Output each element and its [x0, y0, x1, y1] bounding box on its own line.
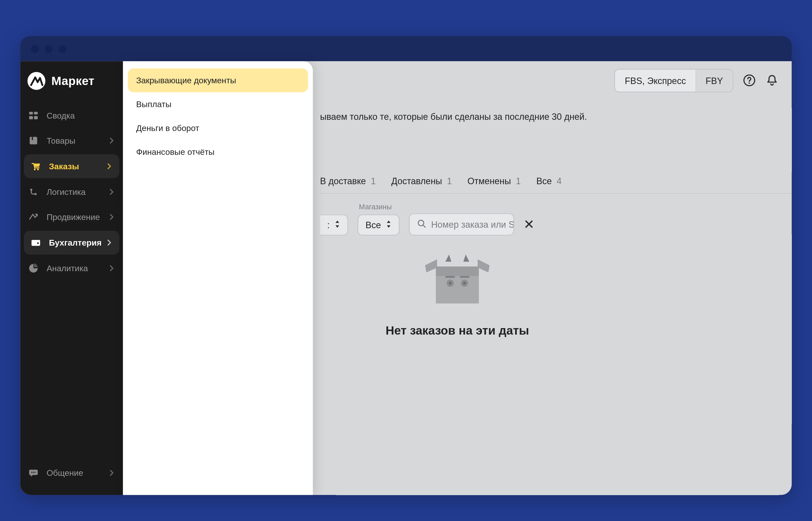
submenu-item-label: Деньги в оборот [136, 123, 199, 133]
tab-label: Отменены [467, 176, 511, 186]
svg-rect-4 [29, 137, 37, 144]
empty-box-illustration [422, 253, 493, 313]
svg-rect-11 [31, 240, 40, 241]
sidebar-item-label: Аналитика [46, 264, 107, 273]
sidebar-item-promotion[interactable]: Продвижение [20, 204, 123, 229]
brand-name: Маркет [51, 74, 94, 88]
filter-label [320, 203, 348, 211]
sidebar-item-label: Общение [46, 468, 107, 477]
svg-marker-21 [445, 254, 451, 262]
tab-count: 1 [516, 176, 521, 186]
chevron-right-icon [107, 469, 116, 477]
sidebar-item-logistics[interactable]: Логистика [20, 179, 123, 205]
filter-label [524, 201, 534, 209]
sidebar-item-label: Логистика [46, 187, 107, 197]
sidebar-item-chat[interactable]: Общение [20, 460, 123, 485]
svg-rect-2 [29, 116, 33, 119]
chevron-right-icon [107, 188, 116, 196]
svg-rect-1 [34, 112, 38, 115]
tab-count: 4 [557, 176, 562, 186]
products-icon [27, 135, 39, 146]
sidebar-item-orders[interactable]: Заказы [24, 154, 120, 178]
sidebar-item-label: Товары [46, 136, 107, 145]
svg-point-28 [463, 281, 466, 285]
tab-in-delivery[interactable]: В доставке 1 [320, 176, 376, 186]
tab-all[interactable]: Все 4 [536, 176, 562, 186]
filters-row: : Магазины Все [320, 201, 534, 235]
tab-count: 1 [371, 176, 376, 186]
sidebar-item-analytics[interactable]: Аналитика [20, 256, 123, 281]
svg-rect-5 [32, 137, 33, 140]
submenu-item-payouts[interactable]: Выплаты [128, 92, 308, 116]
stores-select[interactable]: Все [358, 214, 400, 235]
primary-nav: Сводка Товары [20, 103, 123, 281]
sort-arrows-icon [334, 220, 340, 230]
svg-marker-19 [425, 259, 437, 272]
accounting-submenu: Закрывающие документы Выплаты Деньги в о… [123, 61, 313, 495]
sidebar-item-products[interactable]: Товары [20, 128, 123, 153]
window-dot [59, 45, 66, 52]
chat-icon [27, 467, 39, 479]
submenu-item-closing-docs[interactable]: Закрывающие документы [128, 68, 308, 92]
submenu-item-label: Финансовые отчёты [136, 147, 214, 157]
svg-rect-0 [29, 112, 33, 115]
sidebar-item-accounting[interactable]: Бухгалтерия [24, 231, 120, 254]
model-segment-label: FBS, Экспресс [625, 75, 686, 86]
order-search-input[interactable]: Номер заказа или SKU [409, 213, 514, 235]
tab-label: Доставлены [391, 176, 442, 186]
search-placeholder: Номер заказа или SKU [431, 219, 514, 229]
fulfillment-model-toggle[interactable]: FBS, Экспресс FBY [615, 69, 733, 92]
svg-point-7 [37, 168, 39, 170]
sidebar-item-label: Заказы [49, 162, 105, 171]
submenu-item-money-turnover[interactable]: Деньги в оборот [128, 116, 308, 140]
model-segment-fbs[interactable]: FBS, Экспресс [615, 69, 696, 91]
model-segment-fby[interactable]: FBY [696, 69, 733, 91]
brand-logo-icon [27, 72, 45, 90]
order-status-tabs: В доставке 1 Доставлены 1 Отменены 1 Все… [320, 176, 792, 194]
sidebar-item-label: Сводка [46, 111, 116, 120]
brand[interactable]: Маркет [20, 61, 123, 103]
sidebar-footer: Общение [20, 456, 123, 495]
browser-title-bar [20, 36, 792, 61]
svg-marker-22 [463, 254, 469, 262]
submenu-item-financial-reports[interactable]: Финансовые отчёты [128, 140, 308, 164]
help-icon[interactable] [743, 74, 756, 87]
chevron-right-icon [105, 239, 113, 247]
svg-point-12 [37, 242, 39, 244]
tab-delivered[interactable]: Доставлены 1 [391, 176, 452, 186]
sidebar-item-summary[interactable]: Сводка [20, 103, 123, 128]
filter-label [409, 201, 514, 210]
svg-point-13 [31, 472, 33, 473]
svg-point-6 [34, 168, 36, 170]
tab-label: Все [536, 176, 552, 186]
window-dot [31, 45, 39, 52]
svg-rect-24 [436, 267, 479, 276]
bell-icon[interactable] [766, 74, 779, 87]
sidebar-item-label: Бухгалтерия [49, 238, 105, 247]
filter-stores: Магазины Все [358, 203, 400, 235]
sort-arrows-icon [386, 220, 391, 230]
svg-rect-3 [34, 116, 38, 119]
hint-text: ываем только те, которые были сделаны за… [320, 111, 768, 121]
chevron-right-icon [107, 213, 116, 221]
logistics-icon [27, 186, 39, 198]
accounting-icon [30, 236, 42, 249]
tab-cancelled[interactable]: Отменены 1 [467, 176, 521, 186]
partial-select[interactable]: : [320, 214, 348, 235]
submenu-item-label: Выплаты [136, 99, 171, 109]
model-segment-label: FBY [706, 75, 723, 86]
empty-state: Нет заказов на эти даты [332, 253, 583, 337]
window-dot [45, 45, 52, 52]
svg-point-27 [449, 281, 452, 285]
filter-clear [524, 201, 534, 235]
partial-select-text: : [327, 220, 329, 230]
promotion-icon [27, 211, 39, 223]
browser-window: Маркет Сводка Товары [20, 36, 792, 495]
chevron-right-icon [105, 162, 113, 171]
sidebar: Маркет Сводка Товары [20, 61, 123, 495]
close-icon[interactable] [524, 213, 534, 235]
filter-search: Номер заказа или SKU [409, 201, 514, 235]
empty-state-title: Нет заказов на эти даты [332, 324, 583, 337]
workspace: Маркет Сводка Товары [20, 61, 792, 495]
stores-select-value: Все [365, 220, 381, 230]
